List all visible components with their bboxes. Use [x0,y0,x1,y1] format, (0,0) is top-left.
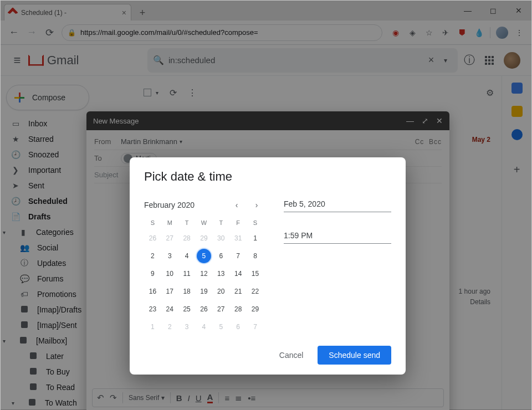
calendar-day[interactable]: 3 [178,318,196,336]
calendar-day[interactable]: 4 [196,318,213,336]
date-input[interactable] [284,197,391,212]
weekday-header: M [161,216,178,229]
calendar-day[interactable]: 24 [161,300,178,318]
calendar-day[interactable]: 8 [247,247,264,265]
calendar-day[interactable]: 27 [212,300,229,318]
next-month-button[interactable]: › [249,198,264,212]
calendar-day[interactable]: 29 [247,300,264,318]
calendar-day[interactable]: 17 [161,283,178,300]
calendar-day[interactable]: 4 [178,247,196,265]
calendar-day[interactable]: 6 [212,247,229,265]
weekday-header: S [144,216,161,229]
calendar-day[interactable]: 2 [144,247,161,265]
chrome-window: Scheduled (1) - × + — ◻ ✕ ← → ⟳ 🔒 https:… [0,0,532,410]
calendar-day[interactable]: 6 [229,318,247,336]
prev-month-button[interactable]: ‹ [229,198,244,212]
calendar-day[interactable]: 7 [247,318,264,336]
calendar-day[interactable]: 14 [229,265,247,283]
calendar-day[interactable]: 3 [161,247,178,265]
weekday-header: F [229,216,247,229]
weekday-header: W [196,216,213,229]
calendar-day[interactable]: 19 [196,283,213,300]
calendar-day[interactable]: 27 [161,229,178,247]
calendar-day[interactable]: 28 [178,229,196,247]
calendar-day[interactable]: 1 [144,318,161,336]
calendar-day[interactable]: 29 [196,229,213,247]
calendar-day[interactable]: 23 [144,300,161,318]
calendar-day[interactable]: 18 [178,283,196,300]
time-input[interactable] [284,229,391,244]
weekday-header: T [212,216,229,229]
schedule-send-button[interactable]: Schedule send [318,346,391,365]
weekday-header: T [178,216,196,229]
calendar-day[interactable]: 21 [229,283,247,300]
calendar-day[interactable]: 20 [212,283,229,300]
calendar-day[interactable]: 9 [144,265,161,283]
calendar-day[interactable]: 11 [178,265,196,283]
schedule-dialog: Pick date & time February 2020 ‹ › SMTWT… [130,157,406,375]
calendar-day[interactable]: 31 [229,229,247,247]
calendar-day[interactable]: 7 [229,247,247,265]
calendar-day[interactable]: 10 [161,265,178,283]
calendar-day[interactable]: 5 [212,318,229,336]
calendar-day[interactable]: 1 [247,229,264,247]
calendar-day[interactable]: 26 [196,300,213,318]
calendar-day[interactable]: 26 [144,229,161,247]
weekday-header: S [247,216,264,229]
dialog-actions: Cancel Schedule send [144,346,391,365]
calendar-day[interactable]: 15 [247,265,264,283]
calendar-day[interactable]: 2 [161,318,178,336]
gmail-app: ≡ Gmail 🔍 in:scheduled × ▾ ⓘ [1,45,531,409]
calendar-grid: SMTWTFS 26272829303112345678910111213141… [144,216,264,336]
calendar-day[interactable]: 30 [212,229,229,247]
cancel-button[interactable]: Cancel [273,346,310,365]
calendar-day[interactable]: 12 [196,265,213,283]
calendar-day[interactable]: 28 [229,300,247,318]
calendar-day[interactable]: 13 [212,265,229,283]
calendar: February 2020 ‹ › SMTWTFS 26272829303112… [144,196,264,336]
calendar-month-label: February 2020 [144,201,195,209]
datetime-inputs [284,196,391,336]
calendar-day[interactable]: 25 [178,300,196,318]
dialog-title: Pick date & time [144,170,391,184]
calendar-day[interactable]: 5 [196,247,213,265]
calendar-day[interactable]: 16 [144,283,161,300]
calendar-day[interactable]: 22 [247,283,264,300]
